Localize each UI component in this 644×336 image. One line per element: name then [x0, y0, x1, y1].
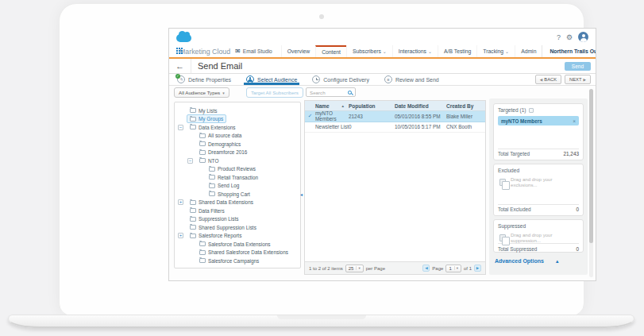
tree-item-dreamforce-2016[interactable]: Dreamforce 2016 [175, 149, 300, 157]
person-icon [246, 75, 254, 83]
list-icon: ≡ [384, 75, 392, 83]
next-arrow-icon: ▶ [584, 78, 586, 82]
tree-item-suppression-lists[interactable]: Suppression Lists [175, 215, 300, 224]
audience-table: Name▲ Population Date Modified Created B… [304, 100, 486, 275]
column-population[interactable]: Population [349, 103, 395, 109]
collapse-minus-icon[interactable]: − [178, 125, 183, 130]
step-configure-delivery[interactable]: Configure Delivery [312, 74, 369, 85]
tree-item-nto[interactable]: −NTO [175, 156, 300, 165]
tree-item-salesforce-campaigns[interactable]: Salesforce Campaigns [175, 257, 300, 265]
scrollbar-thumb[interactable] [589, 89, 593, 243]
excluded-hint: Drag and drop your exclusions... [511, 176, 579, 187]
table-row[interactable]: ✓ myNTO Members 21243 05/01/2016 8:55 PM… [305, 111, 485, 122]
page-size-select[interactable]: 25▾ [345, 265, 364, 272]
laptop-camera-icon [319, 14, 324, 19]
tree-item-shared-salesforce-data-extensions[interactable]: Shared Salesforce Data Extensions [175, 249, 300, 257]
caret-up-icon: ▲ [555, 259, 560, 264]
tree-item-shared-data-extensions[interactable]: +Shared Data Extensions [175, 199, 300, 207]
search-icon[interactable] [348, 91, 352, 95]
folder-icon [209, 191, 215, 196]
tree-item-data-extensions[interactable]: −Data Extensions [175, 123, 300, 132]
brand-title: Marketing Cloud [179, 45, 230, 57]
folder-icon [190, 117, 196, 122]
folder-icon [199, 150, 206, 155]
tree-item-retail-transaction[interactable]: Retail Transaction [175, 173, 300, 182]
nav-tab-ab-testing[interactable]: A/B Testing [438, 45, 476, 57]
folder-icon [199, 241, 206, 246]
tree-item-shared-suppression-lists[interactable]: Shared Suppression Lists [175, 223, 300, 232]
tree-item-shopping-cart[interactable]: Shopping Cart [175, 190, 300, 199]
account-name[interactable]: Northern Trails Outfitters [542, 45, 596, 57]
help-icon[interactable]: ? [557, 33, 561, 41]
chevron-down-icon: ▾ [454, 266, 458, 270]
tree-item-product-reviews[interactable]: Product Reviews [175, 165, 300, 174]
collapse-panel-icon[interactable]: ◂ [300, 191, 303, 197]
excluded-panel[interactable]: Excluded Drag and drop your exclusions..… [493, 164, 584, 216]
vertical-scrollbar[interactable] [589, 89, 593, 277]
check-icon: ✓ [305, 113, 315, 119]
workspace: All Audience Types ▾ Target All Subscrib… [169, 86, 596, 280]
folder-icon [199, 133, 206, 138]
column-name[interactable]: Name▲ [315, 103, 349, 109]
nav-tab-subscribers[interactable]: Subscribers⌄ [346, 45, 392, 57]
chevron-down-icon: ⌄ [383, 50, 387, 53]
folder-icon [209, 167, 215, 172]
total-suppressed-value: 0 [576, 246, 579, 252]
advanced-options-link[interactable]: Advanced Options ▲ [493, 256, 584, 266]
nav-tab-tracking[interactable]: Tracking⌄ [476, 45, 515, 57]
folder-icon [190, 208, 196, 213]
tree-item-salesforce-reports[interactable]: +Salesforce Reports [175, 232, 300, 241]
audience-type-filter[interactable]: All Audience Types ▾ [174, 87, 229, 98]
column-date-modified[interactable]: Date Modified [395, 103, 446, 109]
tree-item-my-lists[interactable]: My Lists [175, 106, 300, 115]
tree-item-all-source-data[interactable]: All source data [175, 132, 300, 141]
tree-item-my-groups[interactable]: My Groups [175, 115, 300, 124]
nav-tab-interactions[interactable]: Interactions⌄ [392, 45, 438, 57]
collapse-minus-icon[interactable]: − [187, 158, 193, 164]
next-page-button[interactable]: ▶ [474, 265, 481, 272]
gear-icon[interactable]: ⚙ [566, 33, 573, 41]
step-define-properties[interactable]: ✎✓ Define Properties [177, 74, 231, 85]
next-button[interactable]: NEXT▶ [565, 75, 591, 84]
table-row[interactable]: Newsletter List 0 10/05/2016 5:17 PM CNX… [305, 122, 485, 133]
target-all-subscribers-button[interactable]: Target All Subscribers [246, 87, 303, 98]
back-arrow-icon[interactable]: ← [169, 59, 191, 73]
tree-item-data-filters[interactable]: Data Filters [175, 207, 300, 215]
avatar[interactable] [578, 32, 588, 42]
info-icon[interactable] [529, 108, 534, 113]
prev-page-button[interactable]: ◀ [422, 265, 430, 272]
expand-plus-icon[interactable]: + [178, 233, 183, 238]
targeted-chip[interactable]: myNTO Members× [498, 116, 579, 126]
clock-icon [312, 75, 320, 83]
nav-tab-overview[interactable]: Overview [281, 45, 315, 57]
tree-item-send-log[interactable]: Send Log [175, 182, 300, 191]
send-button[interactable]: Send [565, 62, 591, 71]
prev-arrow-icon: ◀ [540, 78, 542, 82]
page-number-select[interactable]: 1▾ [445, 265, 461, 272]
tree-item-demographics[interactable]: Demographics [175, 140, 300, 149]
wizard-steps: ✎✓ Define Properties Select Audience Con… [169, 74, 596, 86]
chevron-down-icon: ⌄ [505, 50, 509, 53]
targeted-title: Targeted (1) [498, 107, 526, 113]
folder-icon [190, 125, 196, 129]
nav-tab-content[interactable]: Content [315, 45, 346, 57]
step-review-and-send[interactable]: ≡ Review and Send [384, 74, 439, 85]
nav-tab-admin[interactable]: Admin [515, 45, 542, 57]
table-header: Name▲ Population Date Modified Created B… [305, 101, 485, 111]
close-icon[interactable]: × [573, 118, 576, 124]
per-page-label: per Page [366, 266, 385, 271]
folder-icon [199, 158, 206, 163]
studio-label[interactable]: Email Studio [243, 45, 272, 57]
search-input[interactable] [307, 90, 343, 95]
total-excluded-label: Total Excluded [498, 207, 531, 212]
folder-icon [190, 225, 196, 230]
suppressed-panel[interactable]: Suppressed Drag and drop your suppressio… [493, 219, 584, 253]
back-button[interactable]: ◀BACK [535, 75, 561, 84]
column-created-by[interactable]: Created By [446, 103, 485, 109]
expand-plus-icon[interactable]: + [178, 199, 183, 205]
step-select-audience[interactable]: Select Audience [246, 74, 297, 85]
pagination-bar: 1 to 2 of 2 items 25▾ per Page ◀ Page 1▾… [305, 261, 485, 274]
laptop-bezel: ? ⚙ Marketing Cloud ✉ Email Studio Overv… [59, 3, 584, 316]
folder-icon [190, 200, 196, 205]
tree-item-salesforce-data-extensions[interactable]: Salesforce Data Extensions [175, 240, 300, 249]
